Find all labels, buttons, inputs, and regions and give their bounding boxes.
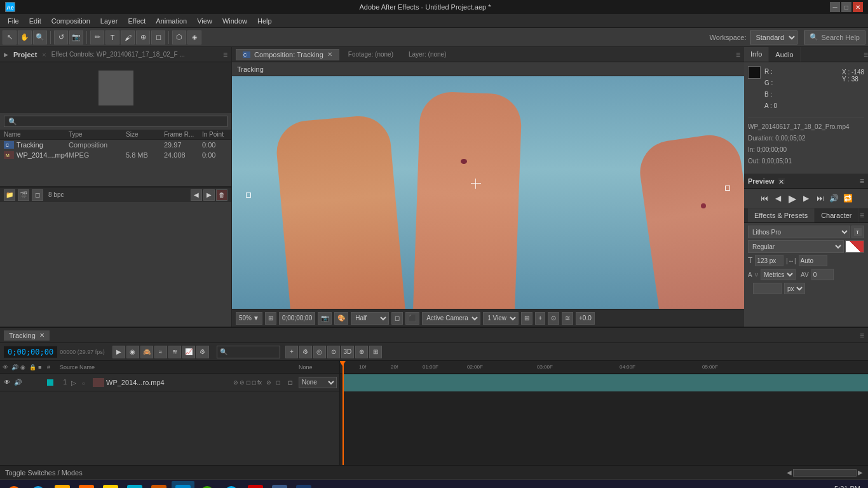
taskbar-aftereffects[interactable]: Ae bbox=[172, 481, 194, 489]
auto-kerning-input[interactable] bbox=[799, 255, 827, 266]
menu-help[interactable]: Help bbox=[252, 16, 277, 26]
audio-btn[interactable]: 🔊 bbox=[829, 193, 840, 204]
effect-indicator[interactable]: fx bbox=[257, 379, 262, 386]
layer-settings-btn[interactable]: ⚙ bbox=[299, 346, 312, 358]
zoom-display[interactable]: 50% ▼ bbox=[236, 312, 262, 325]
layer-row-1[interactable]: 👁 🔊 1 ▷ ○ WP_2014...ro.mp4 ⊘ ⊘ ◻ ◻ fx bbox=[0, 374, 339, 391]
taskbar-firefox[interactable] bbox=[3, 481, 25, 489]
graph-editor-btn[interactable]: 📈 bbox=[182, 346, 195, 358]
layer-audio-toggle[interactable]: 🔊 bbox=[13, 378, 22, 387]
taskbar-search[interactable]: 🔍 bbox=[244, 481, 267, 489]
camera-select[interactable]: Active Camera bbox=[422, 312, 480, 325]
3d-btn[interactable]: 3D bbox=[341, 346, 354, 358]
menu-view[interactable]: View bbox=[192, 16, 217, 26]
nav-left-btn[interactable]: ◀ bbox=[191, 189, 202, 201]
solo-btn[interactable]: ◉ bbox=[126, 346, 139, 358]
parent-select[interactable]: None bbox=[299, 377, 337, 388]
font-color-picker[interactable]: T bbox=[851, 226, 864, 238]
layer-aa[interactable]: ◻ bbox=[285, 378, 294, 387]
blending-btn[interactable]: ◎ bbox=[313, 346, 326, 358]
toggle-switches-label[interactable]: Toggle Switches / Modes bbox=[5, 469, 83, 477]
motion-blur-tl-btn[interactable]: ≋ bbox=[168, 346, 181, 358]
layer-visibility-toggle[interactable]: 👁 bbox=[3, 378, 11, 387]
project-search-input[interactable] bbox=[4, 116, 227, 127]
new-folder-btn[interactable]: 📁 bbox=[4, 189, 15, 201]
taskbar-mail[interactable]: ✉ bbox=[292, 481, 315, 489]
timeline-tab-close[interactable]: ✕ bbox=[39, 332, 44, 339]
font-size-input[interactable] bbox=[755, 255, 783, 266]
next-frame-btn[interactable]: ▶ bbox=[801, 193, 812, 204]
project-item-tracking[interactable]: C Tracking Composition 29.97 0:00 bbox=[0, 140, 231, 150]
tool-camera[interactable]: 📷 bbox=[69, 30, 83, 44]
taskbar-dev[interactable]: DEV bbox=[268, 481, 291, 489]
tool-roto[interactable]: ⬡ bbox=[172, 30, 186, 44]
maximize-button[interactable]: □ bbox=[841, 2, 851, 12]
project-item-video[interactable]: M WP_2014....mp4 MPEG 5.8 MB 24.008 0:00 bbox=[0, 150, 231, 160]
new-comp-btn[interactable]: 🎬 bbox=[18, 189, 29, 201]
prev-frame-btn[interactable]: ◀ bbox=[773, 193, 784, 204]
tracking-input[interactable] bbox=[811, 269, 834, 280]
workspace-select[interactable]: Standard bbox=[750, 30, 797, 44]
new-layer-btn[interactable]: + bbox=[285, 346, 298, 358]
snapshot-btn[interactable]: 📷 bbox=[318, 312, 332, 325]
taskbar-ie[interactable]: e bbox=[27, 481, 50, 489]
tool-puppet[interactable]: ◈ bbox=[187, 30, 201, 44]
tool-zoom[interactable]: 🔍 bbox=[33, 30, 47, 44]
timeline-search-input[interactable] bbox=[217, 346, 280, 358]
taskbar-explorer[interactable]: 📁 bbox=[51, 481, 74, 489]
comp-viewer[interactable] bbox=[232, 76, 744, 309]
baseline-input[interactable] bbox=[753, 283, 782, 294]
taskbar-skype[interactable]: S bbox=[220, 481, 243, 489]
scroll-left-btn[interactable]: ◀ bbox=[787, 469, 792, 477]
tool-brush[interactable]: 🖌 bbox=[121, 30, 135, 44]
motion-blur-btn[interactable]: ≋ bbox=[562, 312, 573, 325]
loop-btn[interactable]: 🔁 bbox=[843, 193, 854, 204]
tool-clone[interactable]: ⊕ bbox=[136, 30, 150, 44]
color-pick-btn[interactable]: 🎨 bbox=[334, 312, 348, 325]
fit-btn[interactable]: ⊞ bbox=[265, 312, 276, 325]
character-color-swatch[interactable] bbox=[845, 240, 864, 253]
reset-view-btn[interactable]: +0.0 bbox=[576, 312, 595, 325]
taskbar-photoshop2[interactable]: Ps bbox=[147, 481, 170, 489]
timeline-timecode[interactable]: 0;00;00;00 bbox=[4, 346, 57, 358]
delete-item-btn[interactable]: 🗑 bbox=[216, 189, 227, 201]
guides-btn[interactable]: + bbox=[535, 312, 545, 325]
minimize-button[interactable]: ─ bbox=[830, 2, 840, 12]
menu-layer[interactable]: Layer bbox=[95, 16, 123, 26]
comp-panel-menu[interactable]: ≡ bbox=[736, 50, 740, 59]
metrics-select[interactable]: Metrics bbox=[761, 269, 796, 280]
tool-eraser[interactable]: ◻ bbox=[151, 30, 165, 44]
effects-panel-menu[interactable]: ≡ bbox=[860, 211, 864, 220]
time-code-display[interactable]: 0;00;00;00 bbox=[279, 312, 315, 325]
project-panel-menu[interactable]: ≡ bbox=[223, 50, 227, 59]
menu-file[interactable]: File bbox=[3, 16, 24, 26]
timeline-tab[interactable]: Tracking ✕ bbox=[4, 330, 50, 341]
frame-blend-btn[interactable]: ≈ bbox=[154, 346, 167, 358]
comp-tab-close[interactable]: ✕ bbox=[327, 51, 332, 58]
taskbar-matlab[interactable]: MAT bbox=[75, 481, 98, 489]
adjust-btn[interactable]: ⚙ bbox=[196, 346, 209, 358]
audio-tab[interactable]: Audio bbox=[769, 47, 800, 62]
raster-btn[interactable]: ⊕ bbox=[355, 346, 368, 358]
info-tab[interactable]: Info bbox=[744, 47, 769, 62]
units-select[interactable]: px bbox=[784, 283, 805, 294]
search-help-box[interactable]: 🔍 Search Help bbox=[804, 30, 865, 44]
play-btn[interactable]: ▶ bbox=[787, 193, 798, 204]
switch-2[interactable]: ⊘ bbox=[240, 379, 245, 386]
tool-pen[interactable]: ✏ bbox=[90, 30, 104, 44]
stencil-btn[interactable]: ⊙ bbox=[327, 346, 340, 358]
close-button[interactable]: ✕ bbox=[853, 2, 863, 12]
menu-edit[interactable]: Edit bbox=[24, 16, 46, 26]
timeline-scrollbar[interactable] bbox=[793, 469, 857, 477]
taskbar-photoshop1[interactable]: Ps bbox=[123, 481, 146, 489]
info-panel-menu[interactable]: ≡ bbox=[864, 50, 868, 59]
taskbar-torrent[interactable]: ⬇ bbox=[196, 481, 219, 489]
font-style-select[interactable]: Regular bbox=[748, 240, 844, 253]
layer-lock-toggle[interactable] bbox=[35, 378, 44, 387]
skip-start-btn[interactable]: ⏮ bbox=[759, 193, 770, 204]
collapse-btn[interactable]: ⊞ bbox=[369, 346, 382, 358]
layer-controls-btn[interactable]: ⊙ bbox=[548, 312, 559, 325]
resolution-select[interactable]: Half Full Quarter bbox=[351, 312, 389, 325]
effects-presets-tab[interactable]: Effects & Presets bbox=[748, 208, 815, 222]
preview-panel-menu[interactable]: ≡ bbox=[860, 177, 864, 186]
